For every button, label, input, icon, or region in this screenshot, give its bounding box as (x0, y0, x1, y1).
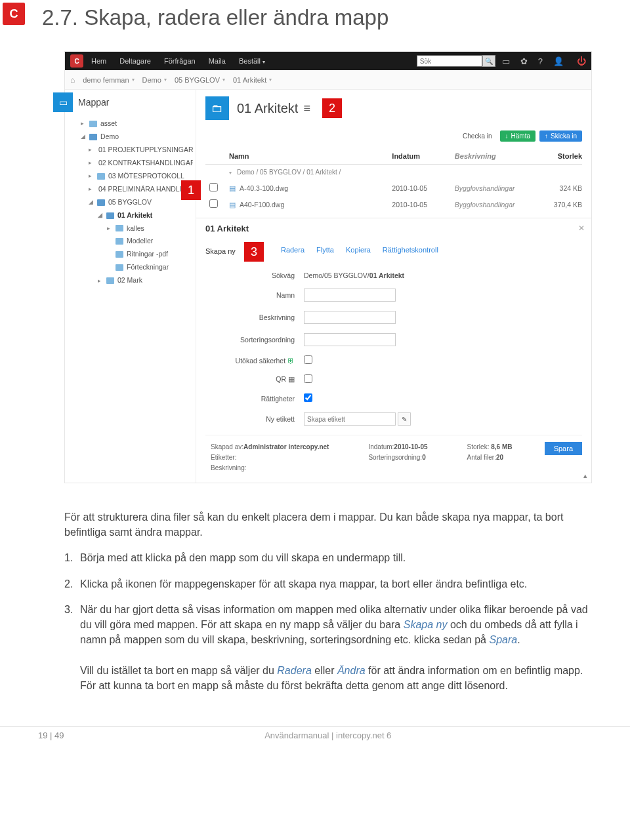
edit-etikett-icon[interactable]: ✎ (398, 412, 411, 426)
checkbox-qr[interactable] (304, 374, 312, 383)
label-rattigheter: Rättigheter (232, 395, 304, 403)
step-3: 3. När du har gjort detta så visas infor… (64, 602, 592, 693)
input-beskrivning[interactable] (304, 311, 396, 324)
folder-detail-panel: 01 Arkitekt ✕ Skapa ny 3 Radera Flytta K… (196, 218, 591, 483)
value-sokvag: Demo/05 BYGGLOV/01 Arkitekt (304, 271, 404, 279)
tree-node[interactable]: Ritningar -pdf (81, 248, 193, 261)
label-sokvag: Sökväg (232, 271, 304, 279)
menu-deltagare[interactable]: Deltagare (114, 57, 156, 65)
sidebar-header-title: Mappar (78, 97, 109, 108)
checkbox-sakerhet[interactable] (304, 355, 312, 364)
tree-node[interactable]: ◢05 BYGGLOV (81, 196, 193, 209)
search-button[interactable]: 🔍 (482, 55, 495, 67)
detail-title: 01 Arkitekt (205, 224, 582, 233)
properties-icon[interactable]: ≡ (303, 102, 310, 115)
power-icon[interactable]: ⏻ (577, 56, 586, 66)
qr-icon: ▦ (288, 375, 295, 383)
tree-node[interactable]: ▸04 PRELIMINÄRA HANDLINGAR (81, 183, 193, 196)
folder-sidebar: ▭ Mappar ▸asset ◢Demo ▸01 PROJEKTUPPLYSN… (65, 90, 196, 483)
menu-bestall[interactable]: Beställ ▾ (234, 57, 270, 65)
col-indatum[interactable]: Indatum (392, 152, 455, 160)
gear-icon[interactable]: ✿ (520, 56, 528, 66)
input-namn[interactable] (304, 289, 396, 302)
tree-node[interactable]: ▸01 PROJEKTUPPLYSNINGAR (81, 144, 193, 157)
folder-meta: Skapad av:Administrator intercopy.net Et… (205, 435, 582, 473)
tab-kopiera[interactable]: Kopiera (346, 246, 371, 254)
callout-marker-3: 3 (244, 242, 264, 262)
page-number: 19 | 49 (38, 730, 64, 740)
input-etikett[interactable] (304, 412, 396, 426)
chat-icon[interactable]: ▭ (502, 56, 510, 66)
input-sorteringsordning[interactable] (304, 333, 396, 346)
tab-skapa-ny[interactable]: Skapa ny (205, 247, 236, 255)
menu-forfragan[interactable]: Förfrågan (159, 57, 201, 65)
main-title: 01 Arkitekt (237, 101, 298, 116)
breadcrumb-bar: ⌂ demo femman ▾ Demo ▾ 05 BYGGLOV ▾ 01 A… (65, 70, 591, 90)
tree-node[interactable]: ▸03 MÖTESPROTOKOLL (81, 170, 193, 183)
intro-paragraph: För att strukturera dina filer så kan du… (64, 510, 592, 540)
app-screenshot: C Hem Deltagare Förfrågan Maila Beställ … (64, 51, 592, 483)
tree-node[interactable]: Förteckningar (81, 261, 193, 274)
home-icon[interactable]: ⌂ (70, 75, 75, 85)
label-namn: Namn (232, 291, 304, 299)
callout-marker-2: 2 (322, 98, 342, 118)
tab-rattighetskontroll[interactable]: Rättighetskontroll (383, 246, 438, 254)
table-row[interactable]: ▤A-40.3-100.dwg 2010-10-05 Bygglovshandl… (205, 180, 582, 196)
top-menu-bar: C Hem Deltagare Förfrågan Maila Beställ … (65, 52, 591, 70)
expand-icon[interactable]: ▴ (583, 471, 587, 480)
table-header: Namn Indatum Beskrivning Storlek (205, 148, 582, 165)
label-qr: QR ▦ (232, 375, 304, 384)
spara-button[interactable]: Spara (545, 442, 582, 455)
row-checkbox[interactable] (209, 199, 218, 208)
tree-node[interactable]: ▸asset (81, 117, 193, 130)
col-namn[interactable]: Namn (224, 152, 392, 160)
tree-node-selected[interactable]: ◢01 Arkitekt (81, 209, 193, 222)
table-path: ▾Demo / 05 BYGGLOV / 01 Arkitekt / (205, 165, 582, 180)
label-utokad-sakerhet: Utökad säkerhet ⛨ (232, 357, 304, 365)
tab-radera[interactable]: Radera (281, 246, 304, 254)
page-heading: 2.7. Skapa, radera eller ändra mapp (42, 5, 630, 30)
skicka-button[interactable]: ↑Skicka in (539, 130, 582, 142)
main-header: 🗀 01 Arkitekt ≡ 2 (196, 90, 591, 127)
label-ny-etikett: Ny etikett (232, 415, 304, 423)
breadcrumb-item[interactable]: Demo ▾ (142, 76, 167, 84)
breadcrumb-item[interactable]: 05 BYGGLOV ▾ (175, 76, 225, 84)
tab-flytta[interactable]: Flytta (316, 246, 334, 254)
label-sorteringsordning: Sorteringsordning (232, 336, 304, 344)
menu-maila[interactable]: Maila (203, 57, 231, 65)
col-storlek[interactable]: Storlek (536, 152, 582, 160)
sidebar-header-icon: ▭ (53, 92, 73, 112)
create-folder-form: Sökväg Demo/05 BYGGLOV/01 Arkitekt Namn … (205, 271, 582, 426)
top-search: 🔍 (417, 55, 495, 67)
breadcrumb-item[interactable]: demo femman ▾ (83, 76, 134, 84)
hamta-button[interactable]: ↓Hämta (500, 130, 536, 142)
table-row[interactable]: ▤A40-F100.dwg 2010-10-05 Bygglovshandlin… (205, 196, 582, 212)
tree-node[interactable]: ◢Demo (81, 130, 193, 144)
page-corner-logo: C (3, 3, 25, 25)
shield-icon: ⛨ (287, 357, 295, 365)
tree-node[interactable]: ▸kalles (81, 222, 193, 235)
document-body: För att strukturera dina filer så kan du… (64, 510, 592, 693)
breadcrumb-item[interactable]: 01 Arkitekt ▾ (233, 76, 272, 84)
file-table: Namn Indatum Beskrivning Storlek ▾Demo /… (196, 148, 591, 212)
step-1: 1.Börja med att klicka på den mapp som d… (64, 550, 592, 565)
callout-marker-1: 1 (181, 180, 201, 200)
tree-node[interactable]: Modeller (81, 235, 193, 248)
tree-node[interactable]: ▸02 KONTRAKTSHANDLINGAR (81, 157, 193, 170)
menu-hem[interactable]: Hem (86, 57, 112, 65)
folder-icon: 🗀 (205, 96, 229, 120)
checkbox-rattigheter[interactable] (304, 393, 312, 402)
search-input[interactable] (417, 55, 482, 67)
user-icon[interactable]: 👤 (553, 56, 564, 66)
row-checkbox[interactable] (209, 183, 218, 191)
detail-tabs: Skapa ny 3 Radera Flytta Kopiera Rättigh… (205, 240, 582, 260)
main-content: 🗀 01 Arkitekt ≡ 2 Checka in ↓Hämta ↑Skic… (196, 90, 591, 483)
close-icon[interactable]: ✕ (578, 224, 585, 233)
checka-in-label[interactable]: Checka in (463, 132, 492, 140)
col-beskrivning[interactable]: Beskrivning (455, 152, 536, 160)
footer-title: Användarmanual | intercopy.net 6 (64, 730, 592, 740)
help-icon[interactable]: ? (538, 56, 543, 66)
action-buttons: Checka in ↓Hämta ↑Skicka in (196, 127, 591, 148)
page-footer: 19 | 49 Användarmanual | intercopy.net 6 (0, 726, 630, 747)
tree-node[interactable]: ▸02 Mark (81, 274, 193, 287)
